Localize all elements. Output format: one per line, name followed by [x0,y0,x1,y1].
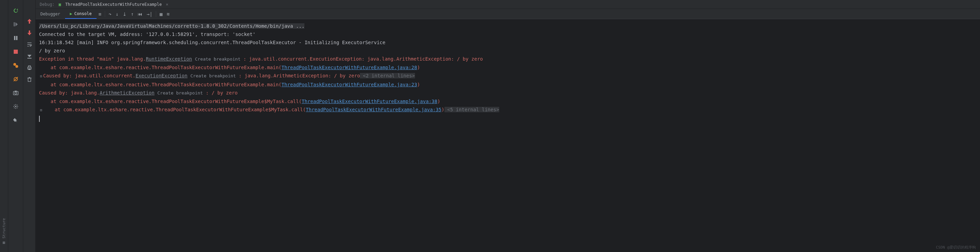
step-into-icon[interactable]: ↓ [113,10,120,18]
stack-at: at [39,65,59,70]
caused-by-msg: : / by zero [203,90,238,96]
internal-lines-fold[interactable]: <5 internal lines> [444,107,499,112]
stack-frame: com.example.ltx.eshare.reactive.ThreadPo… [59,65,282,70]
debug-left-toolbar [8,0,23,252]
print-icon[interactable] [26,64,33,71]
tab-console-label: Console [74,11,92,16]
exception-msg: : java.util.concurrent.ExecutionExceptio… [240,56,483,62]
console-cmd: /Users/liu_pc/Library/Java/JavaVirtualMa… [39,23,304,29]
settings-icon[interactable] [12,103,19,110]
tab-debugger-label: Debugger [40,12,60,16]
pause-icon[interactable] [12,34,19,42]
rerun-icon[interactable] [12,7,19,14]
exception-prefix: Exception in thread "main" java.lang. [39,56,146,62]
source-link[interactable]: ThreadPoolTaskExecutorWithFutureExample.… [282,82,417,87]
svg-point-4 [13,63,16,66]
evaluate-icon[interactable]: ▦ [158,10,164,18]
console-byzero: / by zero [39,48,65,53]
step-over-icon[interactable]: ↷ [107,10,113,18]
console-left-toolbar [23,0,36,252]
svg-rect-0 [14,22,15,26]
tab-debugger[interactable]: Debugger [36,10,65,19]
fold-icon[interactable]: ⊞ [39,106,43,114]
pin-icon[interactable] [12,116,19,124]
svg-rect-14 [29,69,30,70]
run-config-icon: ▣ [59,2,61,7]
exception-class-link[interactable]: ArithmeticException [100,90,154,96]
tab-console[interactable]: ▶ Console [65,9,97,19]
run-config-name: ThreadPoolTaskExecutorWithFutureExample [65,2,162,7]
resume-icon[interactable] [12,21,19,28]
stack-frame: com.example.ltx.eshare.reactive.ThreadPo… [59,82,282,87]
force-step-into-icon[interactable]: ⤓ [121,10,129,18]
structure-label: Structure [2,218,6,239]
console-output[interactable]: /Users/liu_pc/Library/Java/JavaVirtualMa… [36,19,980,252]
console-run-icon: ▶ [70,11,72,16]
caret [39,116,40,122]
exception-class-link[interactable]: ExecutionException [135,73,188,78]
stop-icon[interactable] [12,48,19,56]
structure-icon: ▦ [2,241,6,245]
scroll-to-end-icon[interactable] [26,53,33,60]
trace-icon[interactable]: ≋ [165,10,172,18]
close-tab-icon[interactable]: × [166,2,168,7]
watermark: CSDN @爱叨叨的程序狗 [936,245,976,250]
create-breakpoint-hint[interactable]: Create breakpoint [190,73,236,78]
step-out-icon[interactable]: ↑ [129,10,135,18]
console-log-line: 16:31:18.542 [main] INFO org.springframe… [39,40,385,45]
stack-frame: com.example.ltx.eshare.reactive.ThreadPo… [64,107,306,112]
create-breakpoint-hint[interactable]: Create breakpoint [195,56,240,62]
view-breakpoints-icon[interactable] [12,62,19,69]
source-link[interactable]: ThreadPoolTaskExecutorWithFutureExample.… [302,99,437,104]
structure-tool-window-button[interactable]: ▦ Structure [2,218,6,245]
svg-rect-3 [14,49,18,54]
caused-by-msg: : java.lang.ArithmeticException: / by ze… [236,73,360,78]
internal-lines-fold[interactable]: <2 internal lines> [360,73,415,78]
svg-point-9 [15,92,17,94]
source-link[interactable]: ThreadPoolTaskExecutorWithFutureExample.… [306,107,441,112]
caused-by-prefix: Caused by: java.lang. [39,90,100,96]
source-link[interactable]: ThreadPoolTaskExecutorWithFutureExample.… [282,65,417,70]
soft-wrap-icon[interactable] [26,41,33,48]
console-connected: Connected to the target VM, address: '12… [39,32,255,37]
clear-icon[interactable] [26,76,33,83]
svg-rect-15 [28,78,31,81]
debug-session-bar: Debug: ▣ ThreadPoolTaskExecutorWithFutur… [36,0,980,9]
exception-class-link[interactable]: RuntimeException [146,56,192,62]
create-breakpoint-hint[interactable]: Create breakpoint [158,90,203,96]
svg-rect-1 [14,36,16,40]
separator [105,11,105,17]
drop-frame-icon[interactable]: ⏮ [135,10,145,18]
svg-point-11 [15,106,16,107]
stack-frame: com.example.ltx.eshare.reactive.ThreadPo… [59,99,302,104]
svg-rect-10 [15,91,17,92]
svg-rect-13 [29,66,30,67]
svg-rect-2 [16,36,18,40]
threads-icon[interactable]: ≡ [97,10,103,18]
far-left-gutter: ▦ Structure [0,0,8,252]
stack-at: at [39,99,59,104]
mute-breakpoints-icon[interactable] [12,75,19,83]
svg-point-5 [16,65,18,68]
fold-icon[interactable]: ⊞ [39,72,43,80]
camera-icon[interactable] [12,89,19,97]
caused-by-prefix: Caused by: java.util.concurrent. [43,73,135,78]
stack-at: at [39,82,59,87]
up-stack-icon[interactable] [26,18,33,25]
stack-at: at [43,107,64,112]
debug-tabs: Debugger ▶ Console ≡ ↷ ↓ ⤓ ↑ ⏮ →| ▦ ≋ [36,9,980,19]
main-panel: Debug: ▣ ThreadPoolTaskExecutorWithFutur… [36,0,980,252]
down-stack-icon[interactable] [26,29,33,36]
run-to-cursor-icon[interactable]: →| [145,10,154,18]
debug-label: Debug: [40,2,54,7]
